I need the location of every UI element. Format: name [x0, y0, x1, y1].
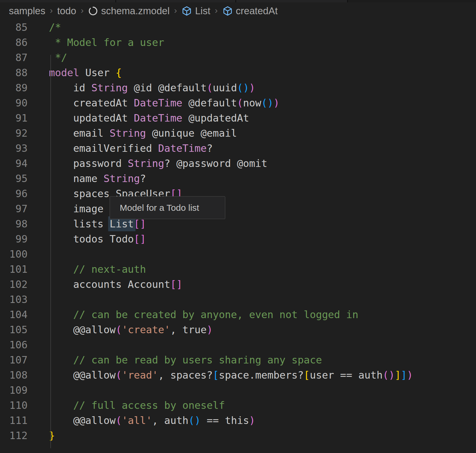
- code-line-content[interactable]: name String?: [49, 171, 146, 186]
- line-number: 108: [0, 368, 28, 383]
- code-line-content[interactable]: emailVerified DateTime?: [49, 141, 213, 156]
- breadcrumb-separator-icon: ›: [215, 5, 218, 15]
- code-line-content[interactable]: model User {: [49, 65, 122, 80]
- code-line-89[interactable]: 89 id String @id @default(uuid()): [0, 80, 476, 95]
- breadcrumb-item-createdat[interactable]: createdAt: [222, 5, 278, 17]
- breadcrumb-item-label: samples: [9, 5, 45, 17]
- code-line-85[interactable]: 85/*: [0, 20, 476, 35]
- code-line-content[interactable]: /*: [49, 20, 61, 35]
- line-number: 96: [0, 186, 28, 201]
- code-line-86[interactable]: 86 * Model for a user: [0, 35, 476, 50]
- line-number: 97: [0, 201, 28, 216]
- code-line-90[interactable]: 90 createdAt DateTime @default(now()): [0, 95, 476, 111]
- code-line-96[interactable]: 96 spaces SpaceUser[]: [0, 186, 476, 201]
- breadcrumb-item-label: createdAt: [236, 5, 278, 17]
- code-line-content[interactable]: // can be read by users sharing any spac…: [49, 352, 322, 368]
- indent-guide: [50, 55, 51, 448]
- code-line-content[interactable]: email String @unique @email: [49, 126, 237, 141]
- tab-segment[interactable]: [0, 0, 115, 2]
- code-line-content[interactable]: todos Todo[]: [49, 232, 146, 247]
- tab-bar-edge: [0, 0, 476, 2]
- code-line-98[interactable]: 98 lists List[]: [0, 216, 476, 232]
- code-line-94[interactable]: 94 password String? @password @omit: [0, 156, 476, 171]
- code-line-109[interactable]: 109: [0, 383, 476, 398]
- line-number: 102: [0, 277, 28, 292]
- line-number: 99: [0, 232, 28, 247]
- breadcrumb-item-todo[interactable]: todo: [57, 5, 76, 17]
- loading-icon: [88, 6, 98, 16]
- code-line-content[interactable]: @@allow('all', auth() == this): [49, 413, 255, 428]
- hover-tooltip-text: Model for a Todo list: [120, 203, 199, 213]
- line-number: 98: [0, 216, 28, 232]
- code-line-content[interactable]: accounts Account[]: [49, 277, 182, 292]
- code-line-99[interactable]: 99 todos Todo[]: [0, 232, 476, 247]
- breadcrumb-item-samples[interactable]: samples: [9, 5, 45, 17]
- code-line-content[interactable]: // next-auth: [49, 262, 146, 277]
- cube-icon: [181, 6, 192, 16]
- code-line-content[interactable]: @@allow('read', spaces?[space.members?[u…: [49, 368, 413, 383]
- cube-icon: [222, 6, 233, 16]
- tab-divider: [347, 0, 348, 2]
- code-line-95[interactable]: 95 name String?: [0, 171, 476, 186]
- code-line-108[interactable]: 108 @@allow('read', spaces?[space.member…: [0, 368, 476, 383]
- word-highlight: List: [110, 218, 134, 230]
- code-line-111[interactable]: 111 @@allow('all', auth() == this): [0, 413, 476, 428]
- code-line-content[interactable]: updatedAt DateTime @updatedAt: [49, 111, 249, 126]
- line-number: 95: [0, 171, 28, 186]
- line-number: 89: [0, 80, 28, 95]
- line-number: 109: [0, 383, 28, 398]
- line-number: 110: [0, 398, 28, 413]
- code-line-103[interactable]: 103: [0, 292, 476, 307]
- code-line-112[interactable]: 112}: [0, 428, 476, 443]
- tab-segment[interactable]: [116, 0, 235, 2]
- code-line-content[interactable]: * Model for a user: [49, 35, 164, 50]
- line-number: 104: [0, 307, 28, 322]
- line-number: 92: [0, 126, 28, 141]
- line-number: 112: [0, 428, 28, 443]
- code-line-92[interactable]: 92 email String @unique @email: [0, 126, 476, 141]
- breadcrumb-item-label: schema.zmodel: [101, 5, 170, 17]
- code-line-107[interactable]: 107 // can be read by users sharing any …: [0, 352, 476, 368]
- code-line-93[interactable]: 93 emailVerified DateTime?: [0, 141, 476, 156]
- line-number: 105: [0, 322, 28, 337]
- line-number: 94: [0, 156, 28, 171]
- code-line-101[interactable]: 101 // next-auth: [0, 262, 476, 277]
- code-line-97[interactable]: 97 image String? @url: [0, 201, 476, 216]
- line-number: 88: [0, 65, 28, 80]
- breadcrumb-separator-icon: ›: [174, 5, 177, 15]
- line-number: 90: [0, 95, 28, 111]
- code-line-content[interactable]: // can be created by anyone, even not lo…: [49, 307, 358, 322]
- line-number: 85: [0, 20, 28, 35]
- breadcrumb-item-label: todo: [57, 5, 76, 17]
- code-line-104[interactable]: 104 // can be created by anyone, even no…: [0, 307, 476, 322]
- code-line-110[interactable]: 110 // full access by oneself: [0, 398, 476, 413]
- code-line-88[interactable]: 88model User {: [0, 65, 476, 80]
- code-line-content[interactable]: id String @id @default(uuid()): [49, 80, 255, 95]
- line-number: 100: [0, 247, 28, 262]
- line-number: 107: [0, 352, 28, 368]
- tab-divider: [235, 0, 236, 2]
- tab-segment[interactable]: [236, 0, 347, 2]
- breadcrumb-item-list[interactable]: List: [181, 5, 210, 17]
- code-line-content[interactable]: @@allow('create', true): [49, 322, 213, 337]
- line-number: 111: [0, 413, 28, 428]
- line-number: 86: [0, 35, 28, 50]
- code-line-content[interactable]: // full access by oneself: [49, 398, 225, 413]
- breadcrumb-separator-icon: ›: [81, 5, 84, 15]
- breadcrumb-separator-icon: ›: [50, 5, 53, 15]
- code-line-105[interactable]: 105 @@allow('create', true): [0, 322, 476, 337]
- line-number: 87: [0, 50, 28, 65]
- breadcrumb-item-schema-zmodel[interactable]: schema.zmodel: [88, 5, 170, 17]
- line-number: 93: [0, 141, 28, 156]
- line-number: 101: [0, 262, 28, 277]
- code-line-content[interactable]: */: [49, 50, 67, 65]
- code-line-content[interactable]: }: [49, 428, 55, 443]
- code-line-87[interactable]: 87 */: [0, 50, 476, 65]
- code-line-91[interactable]: 91 updatedAt DateTime @updatedAt: [0, 111, 476, 126]
- code-line-content[interactable]: createdAt DateTime @default(now()): [49, 95, 279, 111]
- code-editor[interactable]: 85/*86 * Model for a user87 */88model Us…: [0, 20, 476, 443]
- code-line-106[interactable]: 106: [0, 337, 476, 352]
- code-line-100[interactable]: 100: [0, 247, 476, 262]
- code-line-content[interactable]: password String? @password @omit: [49, 156, 267, 171]
- code-line-102[interactable]: 102 accounts Account[]: [0, 277, 476, 292]
